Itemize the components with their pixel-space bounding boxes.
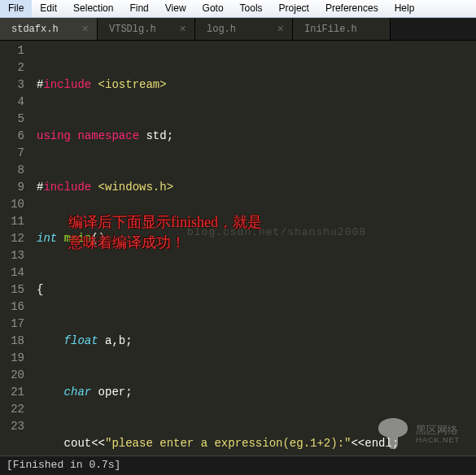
editor-area[interactable]: 1234567891011121314151617181920212223 #i… bbox=[0, 41, 476, 455]
watermark-logo: 黑区网络 HACK.NET bbox=[377, 418, 460, 451]
menu-view[interactable]: View bbox=[157, 0, 194, 17]
menu-selection[interactable]: Selection bbox=[65, 0, 121, 17]
tab-log[interactable]: log.h × bbox=[195, 18, 293, 40]
mushroom-icon bbox=[377, 418, 409, 451]
menu-preferences[interactable]: Preferences bbox=[317, 0, 386, 17]
watermark-url: blog.csdn.net/shanshu2008 bbox=[187, 224, 366, 241]
menu-edit[interactable]: Edit bbox=[32, 0, 65, 17]
status-bar: [Finished in 0.7s] bbox=[0, 455, 476, 475]
tab-label: log.h bbox=[207, 24, 236, 35]
tab-stdafx[interactable]: stdafx.h × bbox=[0, 18, 98, 40]
menu-file[interactable]: File bbox=[0, 0, 32, 17]
tab-bar: stdafx.h × VTSDlg.h × log.h × IniFile.h bbox=[0, 18, 476, 41]
tab-label: IniFile.h bbox=[304, 24, 357, 35]
close-icon[interactable]: × bbox=[82, 23, 89, 36]
menu-goto[interactable]: Goto bbox=[194, 0, 232, 17]
close-icon[interactable]: × bbox=[277, 23, 284, 36]
close-icon[interactable]: × bbox=[180, 23, 186, 36]
line-numbers: 1234567891011121314151617181920212223 bbox=[0, 41, 33, 455]
tab-inifile[interactable]: IniFile.h bbox=[293, 18, 391, 40]
menu-help[interactable]: Help bbox=[386, 0, 423, 17]
logo-line1: 黑区网络 bbox=[416, 424, 460, 437]
tab-vtsdlg[interactable]: VTSDlg.h × bbox=[98, 18, 195, 40]
menu-bar: File Edit Selection Find View Goto Tools… bbox=[0, 0, 476, 18]
logo-line2: HACK.NET bbox=[416, 436, 460, 445]
menu-find[interactable]: Find bbox=[121, 0, 156, 17]
code-content[interactable]: #include <iostream> using namespace std;… bbox=[33, 41, 476, 455]
menu-tools[interactable]: Tools bbox=[232, 0, 271, 17]
menu-project[interactable]: Project bbox=[271, 0, 317, 17]
status-text: [Finished in 0.7s] bbox=[7, 459, 120, 471]
tab-label: VTSDlg.h bbox=[109, 24, 156, 35]
tab-label: stdafx.h bbox=[11, 24, 59, 35]
